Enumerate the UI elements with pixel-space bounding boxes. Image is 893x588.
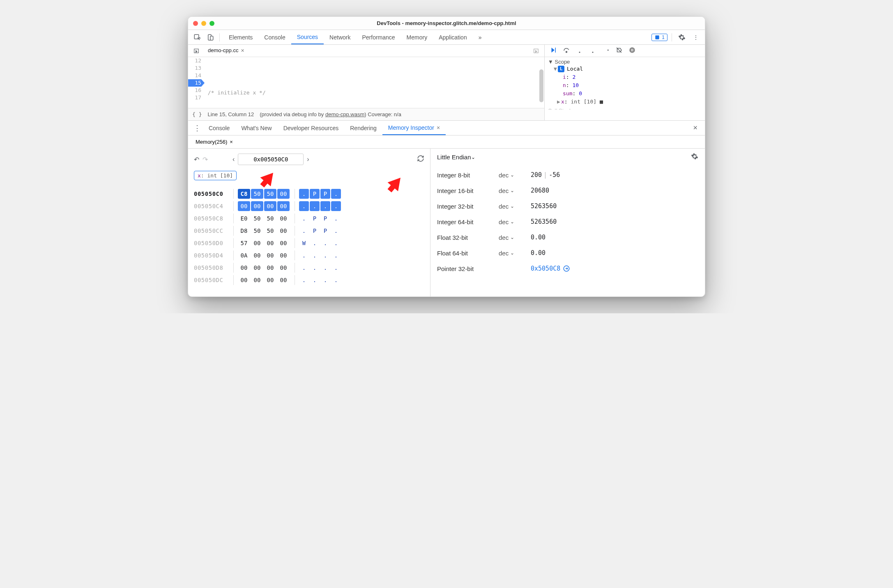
hex-byte[interactable]: 00 — [277, 189, 290, 199]
step-button[interactable] — [602, 46, 610, 55]
drawer-menu-button[interactable]: ⋮ — [191, 124, 203, 133]
prev-page-button[interactable]: ‹ — [232, 156, 235, 163]
resume-button[interactable] — [550, 46, 557, 55]
refresh-button[interactable] — [417, 155, 424, 164]
encoding-selector[interactable]: dec ⌄ — [499, 172, 531, 179]
hex-byte[interactable]: 00 — [251, 275, 263, 285]
hex-ascii-char[interactable]: P — [310, 226, 320, 236]
hex-ascii-char[interactable]: . — [331, 263, 341, 273]
hex-ascii-char[interactable]: . — [320, 201, 330, 211]
hex-ascii-char[interactable]: . — [310, 263, 320, 273]
close-tab-icon[interactable]: × — [437, 124, 440, 131]
hex-row[interactable]: 005050CCD8505000.PP. — [194, 225, 424, 237]
hex-byte[interactable]: 00 — [277, 214, 290, 223]
more-menu-icon[interactable]: ⋮ — [690, 32, 702, 43]
run-snippet-icon[interactable] — [530, 45, 542, 57]
hex-ascii-char[interactable]: . — [310, 275, 320, 285]
hex-ascii-char[interactable]: . — [331, 201, 341, 211]
hex-row[interactable]: 005050D40A000000.... — [194, 249, 424, 262]
hex-byte[interactable]: 00 — [277, 263, 290, 273]
hex-ascii-char[interactable]: . — [299, 189, 309, 199]
tabs-overflow-button[interactable]: » — [473, 30, 488, 44]
hex-ascii-char[interactable]: . — [299, 275, 309, 285]
scope-var-x[interactable]: ▶x: int [10] ▦ — [548, 98, 702, 106]
hex-ascii-char[interactable]: . — [320, 275, 330, 285]
hex-byte[interactable]: 0A — [238, 250, 250, 260]
hex-byte[interactable]: 00 — [251, 201, 263, 211]
hex-byte[interactable]: 00 — [251, 250, 263, 260]
endianness-selector[interactable]: Little Endian ⌄ — [437, 153, 698, 161]
hex-byte[interactable]: 50 — [251, 214, 263, 223]
hex-byte[interactable]: 00 — [251, 238, 263, 248]
settings-gear-icon[interactable] — [676, 32, 688, 43]
hex-ascii-char[interactable]: . — [331, 250, 341, 260]
hex-ascii-char[interactable]: . — [331, 226, 341, 236]
hex-byte[interactable]: 00 — [277, 201, 290, 211]
hex-byte[interactable]: 57 — [238, 238, 250, 248]
hex-ascii-char[interactable]: W — [299, 238, 309, 248]
memory-instance-tab[interactable]: Memory(256) × — [191, 139, 237, 145]
hex-byte[interactable]: 00 — [264, 201, 276, 211]
navigator-toggle-icon[interactable] — [191, 45, 202, 57]
close-memory-tab-icon[interactable]: × — [230, 139, 233, 145]
source-file-tab[interactable]: demo-cpp.cc × — [204, 45, 249, 57]
hex-byte[interactable]: 00 — [264, 263, 276, 273]
scope-var-n[interactable]: n: 10 — [548, 81, 702, 90]
hex-ascii-char[interactable]: . — [310, 238, 320, 248]
hex-row[interactable]: 005050DC00000000.... — [194, 274, 424, 286]
hex-ascii-char[interactable]: . — [331, 189, 341, 199]
drawer-tab-rendering[interactable]: Rendering — [344, 121, 382, 135]
hex-ascii-char[interactable]: . — [299, 201, 309, 211]
code-body[interactable]: 12 13 14 15 16 17 /* initialize x */ for… — [188, 57, 544, 108]
hex-ascii-char[interactable]: . — [299, 214, 309, 223]
encoding-selector[interactable]: dec ⌄ — [499, 250, 531, 257]
tracked-variable-badge[interactable]: x: int [10] — [194, 171, 237, 180]
hex-byte[interactable]: 50 — [264, 226, 276, 236]
pause-exceptions-button[interactable] — [628, 46, 636, 55]
hex-grid[interactable]: 005050C0C8505000.PP.005050C400000000....… — [194, 188, 424, 286]
hex-byte[interactable]: 00 — [277, 226, 290, 236]
hex-byte[interactable]: 00 — [264, 275, 276, 285]
hex-row[interactable]: 005050C8E0505000.PP. — [194, 212, 424, 225]
memory-chip-icon[interactable]: ▦ — [600, 99, 603, 105]
hex-byte[interactable]: 00 — [251, 263, 263, 273]
encoding-selector[interactable]: dec ⌄ — [499, 234, 531, 241]
hex-ascii-char[interactable]: P — [320, 214, 330, 223]
tab-sources[interactable]: Sources — [291, 30, 324, 44]
zoom-window-button[interactable] — [209, 21, 214, 26]
tab-application[interactable]: Application — [433, 30, 473, 44]
hex-byte[interactable]: C8 — [238, 189, 250, 199]
hex-ascii-char[interactable]: . — [310, 201, 320, 211]
step-into-button[interactable] — [576, 46, 583, 55]
hex-ascii-char[interactable]: . — [320, 250, 330, 260]
drawer-tab-memory-inspector[interactable]: Memory Inspector × — [382, 121, 446, 135]
close-drawer-button[interactable]: × — [689, 124, 702, 132]
hex-byte[interactable]: E0 — [238, 214, 250, 223]
encoding-selector[interactable]: dec ⌄ — [499, 218, 531, 225]
redo-button[interactable]: ↷ — [203, 156, 208, 163]
hex-row[interactable]: 005050C400000000.... — [194, 200, 424, 212]
close-file-icon[interactable]: × — [241, 47, 244, 54]
hex-ascii-char[interactable]: . — [299, 250, 309, 260]
hex-ascii-char[interactable]: P — [320, 189, 330, 199]
next-page-button[interactable]: › — [307, 156, 309, 163]
hex-byte[interactable]: 00 — [277, 275, 290, 285]
drawer-tab-whatsnew[interactable]: What's New — [235, 121, 277, 135]
hex-row[interactable]: 005050D800000000.... — [194, 262, 424, 274]
drawer-tab-devresources[interactable]: Developer Resources — [278, 121, 345, 135]
hex-ascii-char[interactable]: P — [310, 214, 320, 223]
close-window-button[interactable] — [193, 21, 198, 26]
hex-byte[interactable]: 00 — [277, 250, 290, 260]
hex-byte[interactable]: 50 — [251, 226, 263, 236]
hex-ascii-char[interactable]: P — [320, 226, 330, 236]
scope-var-i[interactable]: i: 2 — [548, 73, 702, 81]
scrollbar[interactable] — [539, 69, 543, 102]
hex-byte[interactable]: 00 — [238, 263, 250, 273]
format-braces-icon[interactable]: { } — [192, 111, 202, 117]
hex-byte[interactable]: D8 — [238, 226, 250, 236]
tab-console[interactable]: Console — [258, 30, 291, 44]
hex-ascii-char[interactable]: . — [331, 275, 341, 285]
callstack-section-header[interactable]: Call Stack — [548, 108, 702, 110]
hex-byte[interactable]: 00 — [238, 275, 250, 285]
hex-ascii-char[interactable]: . — [299, 226, 309, 236]
